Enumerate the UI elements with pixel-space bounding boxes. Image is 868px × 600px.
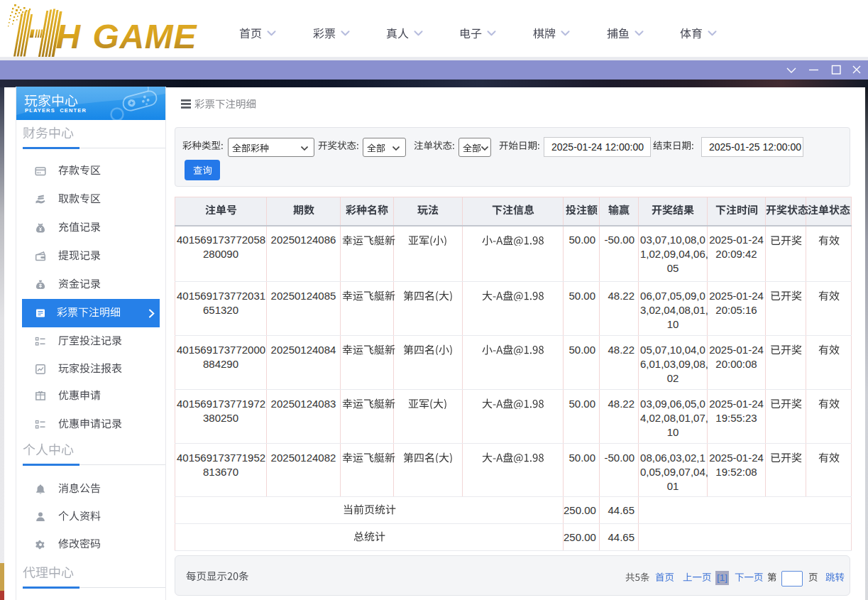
svg-text:H: H — [56, 18, 82, 55]
svg-text:GAME: GAME — [93, 18, 198, 55]
